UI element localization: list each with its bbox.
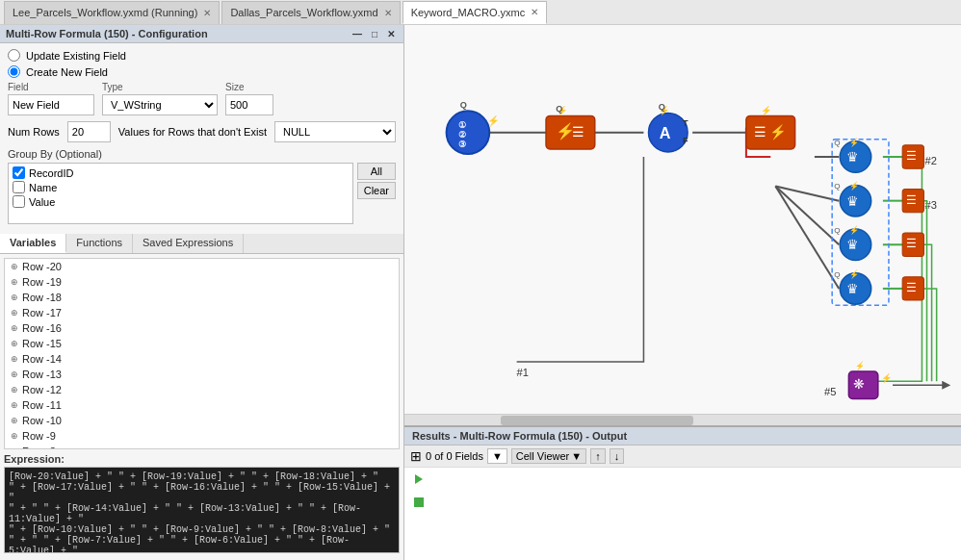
list-item[interactable]: ⊕Row -10 bbox=[5, 413, 399, 428]
svg-text:♛: ♛ bbox=[846, 149, 859, 165]
expand-icon: ⊕ bbox=[11, 385, 18, 395]
svg-text:③: ③ bbox=[458, 140, 466, 149]
sort-up-button[interactable]: ↑ bbox=[590, 448, 606, 464]
list-item[interactable]: ⊕Row -18 bbox=[5, 290, 399, 305]
tab-functions[interactable]: Functions bbox=[66, 234, 133, 253]
list-item[interactable]: ⊕Row -12 bbox=[5, 382, 399, 397]
field-input[interactable] bbox=[8, 94, 94, 115]
groupby-content: RecordID Name Value All Clear bbox=[8, 163, 396, 224]
expression-label: Expression: bbox=[4, 453, 400, 465]
tab-lee-close[interactable]: ✕ bbox=[203, 8, 211, 18]
field-label: Field bbox=[8, 82, 94, 92]
svg-text:⚡: ⚡ bbox=[881, 372, 893, 384]
list-item[interactable]: ⊕Row -15 bbox=[5, 336, 399, 351]
tab-saved[interactable]: Saved Expressions bbox=[133, 234, 244, 253]
tab-dallas-close[interactable]: ✕ bbox=[384, 8, 392, 18]
expand-icon: ⊕ bbox=[11, 369, 18, 379]
list-item[interactable]: ⊕Row -20 bbox=[5, 259, 399, 274]
svg-text:⚡: ⚡ bbox=[849, 225, 860, 236]
svg-text:⚡: ⚡ bbox=[769, 123, 787, 140]
groupby-item-name: Name bbox=[11, 180, 351, 194]
table-view-icon[interactable]: ⊞ bbox=[410, 448, 422, 464]
expression-section: Expression: bbox=[0, 449, 403, 560]
svg-text:②: ② bbox=[458, 130, 466, 140]
list-item[interactable]: ⊕Row -13 bbox=[5, 367, 399, 382]
svg-text:#5: #5 bbox=[824, 386, 836, 397]
groupby-item-value: Value bbox=[11, 194, 351, 209]
stop-icon bbox=[410, 494, 428, 511]
tab-variables[interactable]: Variables bbox=[0, 234, 66, 253]
list-item[interactable]: ⊕Row -9 bbox=[5, 428, 399, 444]
expand-icon: ⊕ bbox=[11, 308, 18, 318]
field-type-row: Field Type V_WString Size bbox=[8, 82, 396, 115]
svg-text:#2: #2 bbox=[924, 155, 936, 166]
tab-keyword[interactable]: Keyword_MACRO.yxmc ✕ bbox=[403, 1, 548, 24]
groupby-check-name[interactable] bbox=[13, 181, 25, 193]
size-label: Size bbox=[225, 82, 273, 92]
radio-create[interactable] bbox=[8, 65, 20, 78]
numrows-spinner[interactable] bbox=[67, 121, 111, 142]
groupby-check-recordid[interactable] bbox=[13, 166, 25, 179]
cell-viewer-button[interactable]: Cell Viewer ▼ bbox=[511, 448, 586, 464]
cell-viewer-label: Cell Viewer bbox=[516, 450, 569, 462]
sort-down-button[interactable]: ↓ bbox=[610, 448, 625, 464]
tab-lee[interactable]: Lee_Parcels_Workflow.yxmd (Running) ✕ bbox=[4, 1, 220, 24]
svg-text:⚡: ⚡ bbox=[487, 115, 500, 127]
list-item[interactable]: ⊕Row -17 bbox=[5, 305, 399, 320]
svg-text:☰: ☰ bbox=[906, 281, 917, 294]
config-section: Update Existing Field Create New Field F… bbox=[0, 43, 403, 234]
tab-keyword-close[interactable]: ✕ bbox=[531, 7, 538, 17]
svg-text:T: T bbox=[683, 118, 688, 128]
radio-create-row: Create New Field bbox=[8, 65, 396, 78]
float-button[interactable]: □ bbox=[369, 29, 380, 39]
expression-textarea[interactable] bbox=[4, 467, 400, 553]
groupby-label-recordid: RecordID bbox=[29, 167, 73, 179]
svg-text:F: F bbox=[683, 136, 688, 145]
radio-update[interactable] bbox=[8, 49, 20, 62]
canvas-scrollbar[interactable] bbox=[404, 414, 961, 425]
numrows-row: Num Rows Values for Rows that don't Exis… bbox=[8, 121, 396, 142]
fields-dropdown[interactable]: ▼ bbox=[487, 448, 507, 464]
svg-text:⚡: ⚡ bbox=[855, 361, 866, 371]
svg-text:①: ① bbox=[458, 120, 466, 130]
field-group: Field bbox=[8, 82, 94, 115]
expand-icon: ⊕ bbox=[11, 354, 18, 364]
clear-button[interactable]: Clear bbox=[357, 182, 396, 199]
workflow-svg: #1 #2 #3 #5 bbox=[404, 25, 961, 425]
type-select[interactable]: V_WString bbox=[102, 94, 218, 115]
svg-text:♛: ♛ bbox=[846, 193, 859, 209]
svg-text:⚡: ⚡ bbox=[761, 105, 772, 116]
svg-text:#1: #1 bbox=[517, 367, 529, 378]
svg-text:A: A bbox=[660, 124, 671, 141]
svg-text:Q: Q bbox=[460, 100, 467, 110]
list-item[interactable]: ⊕Row -19 bbox=[5, 274, 399, 290]
expand-icon: ⊕ bbox=[11, 339, 18, 348]
svg-text:Q: Q bbox=[834, 182, 840, 191]
workflow-canvas[interactable]: #1 #2 #3 #5 bbox=[404, 25, 961, 425]
tab-functions-label: Functions bbox=[76, 237, 122, 248]
groupby-check-value[interactable] bbox=[13, 195, 25, 208]
canvas-scrollbar-thumb[interactable] bbox=[501, 416, 693, 425]
svg-text:♛: ♛ bbox=[846, 237, 859, 252]
expand-icon: ⊕ bbox=[11, 293, 18, 302]
radio-update-row: Update Existing Field bbox=[8, 49, 396, 62]
list-item[interactable]: ⊕Row -11 bbox=[5, 397, 399, 413]
close-panel-button[interactable]: ✕ bbox=[384, 29, 398, 39]
results-title: Results - Multi-Row Formula (150) - Outp… bbox=[404, 427, 961, 445]
tab-keyword-label: Keyword_MACRO.yxmc bbox=[411, 7, 526, 18]
results-panel: Results - Multi-Row Formula (150) - Outp… bbox=[404, 425, 961, 560]
tab-dallas[interactable]: Dallas_Parcels_Workflow.yxmd ✕ bbox=[221, 1, 400, 24]
panel-title-bar: Multi-Row Formula (150) - Configuration … bbox=[0, 25, 403, 43]
tab-dallas-label: Dallas_Parcels_Workflow.yxmd bbox=[230, 7, 377, 18]
null-select[interactable]: NULL bbox=[274, 121, 396, 142]
all-button[interactable]: All bbox=[357, 163, 396, 180]
size-input[interactable] bbox=[225, 94, 273, 115]
pin-button[interactable]: — bbox=[350, 29, 365, 39]
list-item[interactable]: ⊕Row -16 bbox=[5, 320, 399, 336]
variables-list[interactable]: ⊕Row -20⊕Row -19⊕Row -18⊕Row -17⊕Row -16… bbox=[4, 258, 400, 449]
groupby-label-value: Value bbox=[29, 196, 55, 208]
expand-icon: ⊕ bbox=[11, 431, 18, 441]
svg-rect-56 bbox=[414, 497, 424, 507]
svg-text:☰: ☰ bbox=[572, 124, 584, 140]
list-item[interactable]: ⊕Row -14 bbox=[5, 351, 399, 367]
